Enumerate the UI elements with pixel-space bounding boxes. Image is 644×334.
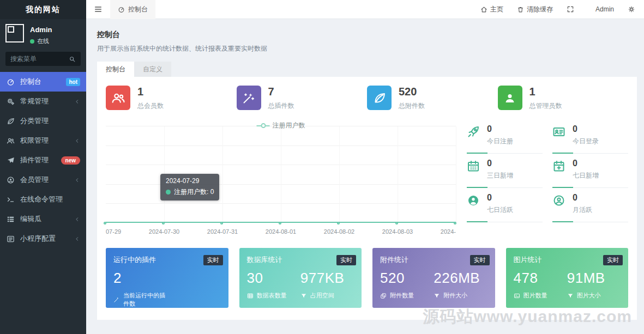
chart-legend[interactable]: 注册用户数 xyxy=(257,121,305,130)
page-subtitle: 用于展示当前系统中的统计数据、统计报表及重要实时数据 xyxy=(97,44,637,53)
settings-gear-icon[interactable] xyxy=(628,5,635,13)
sidebar-item-category[interactable]: 分类管理 xyxy=(0,111,86,131)
sidebar-item-general[interactable]: 常规管理 xyxy=(0,92,86,111)
data-point xyxy=(279,222,281,224)
menu-toggle-icon[interactable] xyxy=(86,0,110,19)
new-badge: new xyxy=(61,156,80,165)
id-card-icon xyxy=(552,125,567,138)
chevron-left-icon xyxy=(74,236,80,242)
filter-icon xyxy=(434,293,440,299)
topbar: 控制台 主页 清除缓存 Admin xyxy=(86,0,644,19)
search-input[interactable] xyxy=(10,55,69,63)
trash-icon xyxy=(517,6,524,13)
th-list-icon xyxy=(6,215,15,223)
sidebar-item-auth[interactable]: 权限管理 xyxy=(0,131,86,150)
terminal-icon xyxy=(6,196,15,204)
sidebar-item-user[interactable]: 会员管理 xyxy=(0,170,86,190)
middle-section: 注册用户数 xyxy=(106,119,628,235)
mini-stat-today-register: 0 今日注册 xyxy=(467,119,543,154)
clear-cache-link[interactable]: 清除缓存 xyxy=(517,5,553,14)
user-name: Admin xyxy=(30,26,52,34)
search-icon[interactable] xyxy=(69,56,76,63)
sidebar: 我的网站 Admin 在线 控制台 hot 常规管理 xyxy=(0,0,86,334)
stat-total-addons: 7 总插件数 xyxy=(237,86,368,111)
leaf-icon xyxy=(6,117,15,125)
rocket-icon xyxy=(467,125,481,138)
list-alt-icon xyxy=(6,235,15,243)
sidebar-item-miniprogram[interactable]: 小程序配置 xyxy=(0,229,86,248)
stat-total-admins: 1 总管理员数 xyxy=(498,86,629,111)
chart-x-axis: 07-29 2024-07-30 2024-07-31 2024-08-01 2… xyxy=(106,227,456,235)
calendar-plus-icon xyxy=(552,160,567,173)
clone-icon xyxy=(380,293,387,299)
image-icon xyxy=(514,293,520,299)
avatar xyxy=(5,24,24,42)
sidebar-menu: 控制台 hot 常规管理 分类管理 权限管理 xyxy=(0,72,86,248)
filter-icon xyxy=(300,293,307,299)
mini-stats-grid: 0 今日注册 0 今日登录 xyxy=(467,119,628,235)
online-dot-icon xyxy=(30,39,34,44)
user-solid-circle-icon xyxy=(467,194,481,207)
chart-plot-area[interactable] xyxy=(106,126,456,223)
leaf-icon xyxy=(367,86,392,110)
users-icon xyxy=(6,137,15,145)
hot-badge: hot xyxy=(66,78,80,86)
magic-wand-icon xyxy=(113,296,120,303)
series-dot-icon xyxy=(166,190,171,195)
user-panel: Admin 在线 xyxy=(0,19,86,48)
topbar-tab-dashboard[interactable]: 控制台 xyxy=(110,0,155,19)
mini-stat-7day-active: 0 七日活跃 xyxy=(467,188,543,222)
admin-user-menu[interactable]: Admin xyxy=(595,5,614,13)
mini-stat-today-login: 0 今日登录 xyxy=(552,119,628,154)
data-point xyxy=(395,222,398,224)
brand-title: 我的网站 xyxy=(0,0,86,19)
data-point xyxy=(104,222,106,224)
sidebar-item-addon[interactable]: 插件管理 new xyxy=(0,150,86,170)
dashboard-panel: 1 总会员数 7 总插件数 520 总附件数 xyxy=(97,77,637,320)
summary-cards: 实时 运行中的插件 2 当前运行中的插件数 实时 数据库统计 xyxy=(106,248,628,308)
chart-tooltip: 2024-07-29 注册用户数: 0 xyxy=(160,174,219,201)
user-circle-icon xyxy=(6,176,15,184)
mini-stat-3day-new: 0 三日新增 xyxy=(467,154,543,188)
line-marker-icon xyxy=(257,125,270,126)
data-point xyxy=(454,222,456,224)
fullscreen-icon[interactable] xyxy=(567,5,574,13)
chevron-left-icon xyxy=(74,177,80,183)
user-outline-circle-icon xyxy=(552,194,567,207)
data-point xyxy=(337,222,340,224)
stat-total-attachments: 520 总附件数 xyxy=(367,86,498,111)
topbar-right: 主页 清除缓存 Admin xyxy=(480,5,644,14)
magic-wand-icon xyxy=(237,86,261,110)
chevron-left-icon xyxy=(74,99,80,105)
tab-custom[interactable]: 自定义 xyxy=(134,62,171,77)
gauge-icon xyxy=(118,6,125,13)
mini-stat-7day-new: 0 七日新增 xyxy=(552,154,628,188)
mini-stat-month-active: 0 月活跃 xyxy=(552,188,628,222)
user-status: 在线 xyxy=(30,37,52,45)
card-image-stats: 实时 图片统计 478 图片数量 91MB xyxy=(506,248,629,308)
sidebar-item-editor[interactable]: 编辑瓜 xyxy=(0,209,86,229)
tab-dashboard[interactable]: 控制台 xyxy=(97,62,134,77)
card-running-addons: 实时 运行中的插件 2 当前运行中的插件数 xyxy=(106,248,228,308)
home-link[interactable]: 主页 xyxy=(480,5,503,14)
gauge-icon xyxy=(6,78,15,86)
registered-users-chart[interactable]: 注册用户数 xyxy=(106,119,456,235)
card-attachment-stats: 实时 附件统计 520 附件数量 226MB xyxy=(372,248,495,308)
page-title: 控制台 xyxy=(97,30,637,40)
table-icon xyxy=(247,293,254,299)
calendar-icon xyxy=(467,160,481,173)
stat-total-members: 1 总会员数 xyxy=(106,86,237,111)
paper-plane-icon xyxy=(6,156,15,165)
main-content: 控制台 用于展示当前系统中的统计数据、统计报表及重要实时数据 控制台 自定义 1… xyxy=(86,19,644,334)
sidebar-item-command[interactable]: 在线命令管理 xyxy=(0,190,86,209)
card-database-stats: 实时 数据库统计 30 数据表数量 977KB xyxy=(239,248,362,308)
data-point xyxy=(162,222,165,224)
menu-search[interactable] xyxy=(5,52,81,66)
chevron-left-icon xyxy=(74,216,80,222)
data-point xyxy=(220,222,223,224)
sidebar-item-dashboard[interactable]: 控制台 hot xyxy=(0,72,86,92)
watermark: 源码站www.yuanmaz.com xyxy=(423,306,632,328)
user-icon xyxy=(498,86,522,110)
stats-row: 1 总会员数 7 总插件数 520 总附件数 xyxy=(106,86,628,111)
filter-icon xyxy=(567,293,574,299)
